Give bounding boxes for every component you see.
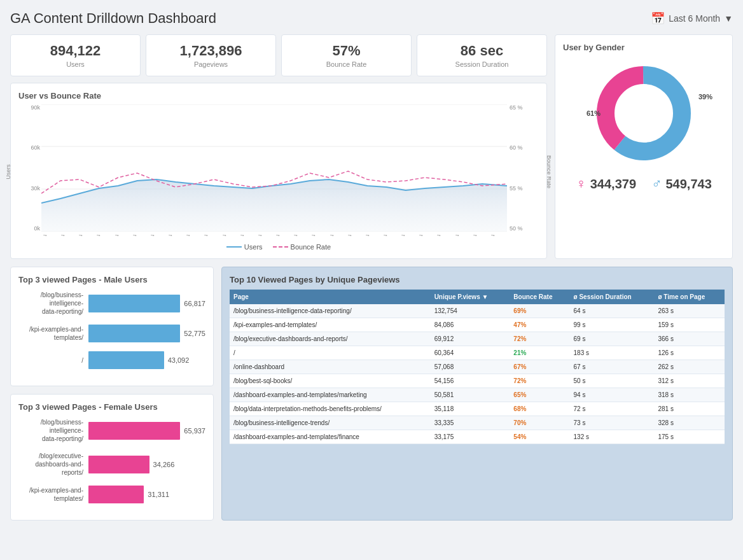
metric-value: 86 sec	[424, 43, 540, 59]
line-chart-svg	[41, 104, 507, 232]
bar-value: 65,937	[184, 427, 205, 435]
table-cell-bounce: 70%	[510, 416, 569, 430]
table-cell-session: 72 s	[570, 402, 655, 416]
table-cell-time: 366 s	[654, 332, 725, 346]
table-cell-session: 99 s	[570, 318, 655, 332]
table-cell-bounce: 67%	[510, 360, 569, 374]
table-cell-time: 126 s	[654, 346, 725, 360]
bar-label: /kpi-examples-and-templates/	[18, 486, 88, 503]
donut-label-female: 61%	[587, 109, 601, 117]
chart-title: User vs Bounce Rate	[18, 91, 539, 101]
bar-label: /kpi-examples-and-templates/	[18, 325, 88, 342]
bar-fill	[88, 422, 180, 440]
bar-track: 52,775	[88, 325, 205, 342]
table-cell-session: 183 s	[570, 346, 655, 360]
table-cell-page: /blog/best-sql-books/	[230, 374, 431, 388]
table-cell-bounce: 68%	[510, 402, 569, 416]
table-cell-session: 94 s	[570, 388, 655, 402]
metric-card: 86 secSession Duration	[417, 34, 547, 76]
header: GA Content Drilldown Dashboard 📅 Last 6 …	[10, 10, 733, 27]
metric-label: Session Duration	[424, 60, 540, 68]
female-count: 344,379	[590, 177, 636, 192]
table-cell-time: 262 s	[654, 360, 725, 374]
left-top: 894,122Users1,723,896Pageviews57%Bounce …	[10, 34, 547, 259]
legend-bounce-rate: Bounce Rate	[273, 243, 331, 251]
table-row: /blog/best-sql-books/ 54,156 72% 50 s 31…	[230, 374, 725, 388]
chevron-down-icon: ▼	[724, 13, 733, 24]
table-row: /blog/business-intelligence-data-reporti…	[230, 304, 725, 318]
table-row: /kpi-examples-and-templates/ 84,086 47% …	[230, 318, 725, 332]
gender-panel: User by Gender 61% 39% ♀ 344,379 ♂ 549,7…	[555, 34, 733, 259]
table-header-cell: Bounce Rate	[510, 290, 569, 304]
bar-fill	[88, 456, 149, 473]
female-icon: ♀	[576, 176, 587, 192]
table-cell-unique: 33,175	[431, 430, 510, 444]
table-cell-session: 132 s	[570, 430, 655, 444]
metric-cards: 894,122Users1,723,896Pageviews57%Bounce …	[10, 34, 547, 76]
table-cell-page: /blog/business-intelligence-data-reporti…	[230, 304, 431, 318]
bar-label: /blog/business-intelligence-data-reporti…	[18, 291, 88, 316]
table-cell-bounce: 65%	[510, 388, 569, 402]
table-cell-unique: 33,335	[431, 416, 510, 430]
table-cell-time: 263 s	[654, 304, 725, 318]
metric-label: Pageviews	[153, 60, 269, 68]
bar-track: 34,266	[88, 456, 205, 473]
bar-track: 66,817	[88, 295, 205, 312]
male-icon: ♂	[651, 176, 662, 192]
metric-value: 894,122	[17, 43, 134, 59]
table-cell-unique: 84,086	[431, 318, 510, 332]
table-row: /blog/business-intelligence-trends/ 33,3…	[230, 416, 725, 430]
metric-card: 57%Bounce Rate	[281, 34, 412, 76]
bar-track: 43,092	[88, 351, 205, 369]
page-title: GA Content Drilldown Dashboard	[10, 10, 216, 27]
date-filter[interactable]: 📅 Last 6 Month ▼	[651, 11, 733, 25]
male-stat: ♂ 549,743	[651, 176, 712, 192]
table-cell-time: 312 s	[654, 374, 725, 388]
date-filter-label: Last 6 Month	[669, 13, 720, 24]
bar-row: /blog/business-intelligence-data-reporti…	[18, 418, 205, 443]
metric-value: 1,723,896	[153, 43, 269, 59]
table-cell-time: 281 s	[654, 402, 725, 416]
bar-row: /blog/executive-dashboards-and-reports/ …	[18, 452, 205, 477]
bar-value: 34,266	[153, 461, 175, 468]
table-cell-page: /dashboard-examples-and-templates/financ…	[230, 430, 431, 444]
table-row: /dashboard-examples-and-templates/market…	[230, 388, 725, 402]
table-cell-session: 64 s	[570, 304, 655, 318]
table-cell-bounce: 21%	[510, 346, 569, 360]
metric-value: 57%	[288, 43, 405, 59]
table-cell-time: 159 s	[654, 318, 725, 332]
table-cell-session: 69 s	[570, 332, 655, 346]
metric-label: Users	[17, 60, 134, 68]
bar-value: 66,817	[184, 300, 205, 307]
bar-fill	[88, 351, 164, 369]
female-stat: ♀ 344,379	[576, 176, 636, 192]
metric-card: 894,122Users	[10, 34, 141, 76]
bar-row: /kpi-examples-and-templates/ 52,775	[18, 325, 205, 342]
bar-fill	[88, 486, 144, 503]
user-bounce-chart-panel: User vs Bounce Rate Users Bounce Rate 90…	[10, 83, 547, 259]
legend-bounce-label: Bounce Rate	[291, 243, 331, 251]
chart-legend: Users Bounce Rate	[18, 243, 539, 251]
table-cell-bounce: 69%	[510, 304, 569, 318]
bar-row: /kpi-examples-and-templates/ 31,311	[18, 486, 205, 503]
bar-panels: Top 3 viewed Pages - Male Users /blog/bu…	[10, 267, 214, 521]
table-cell-session: 50 s	[570, 374, 655, 388]
bar-track: 65,937	[88, 422, 205, 440]
table-row: / 60,364 21% 183 s 126 s	[230, 346, 725, 360]
table-header-cell: ø Session Duration	[570, 290, 655, 304]
table-cell-time: 328 s	[654, 416, 725, 430]
table-header-cell: Page	[230, 290, 431, 304]
table-cell-time: 175 s	[654, 430, 725, 444]
legend-users: Users	[226, 243, 263, 251]
table-cell-page: /blog/data-interpretation-methods-benefi…	[230, 402, 431, 416]
bar-row: /blog/business-intelligence-data-reporti…	[18, 291, 205, 316]
top-section: 894,122Users1,723,896Pageviews57%Bounce …	[10, 34, 733, 259]
table-cell-bounce: 47%	[510, 318, 569, 332]
table-row: /blog/data-interpretation-methods-benefi…	[230, 402, 725, 416]
table-cell-unique: 132,754	[431, 304, 510, 318]
table-cell-page: /blog/business-intelligence-trends/	[230, 416, 431, 430]
bar-label: /blog/executive-dashboards-and-reports/	[18, 452, 88, 477]
table-cell-unique: 50,581	[431, 388, 510, 402]
male-bar-title: Top 3 viewed Pages - Male Users	[18, 275, 205, 284]
bar-label: /	[18, 356, 88, 365]
